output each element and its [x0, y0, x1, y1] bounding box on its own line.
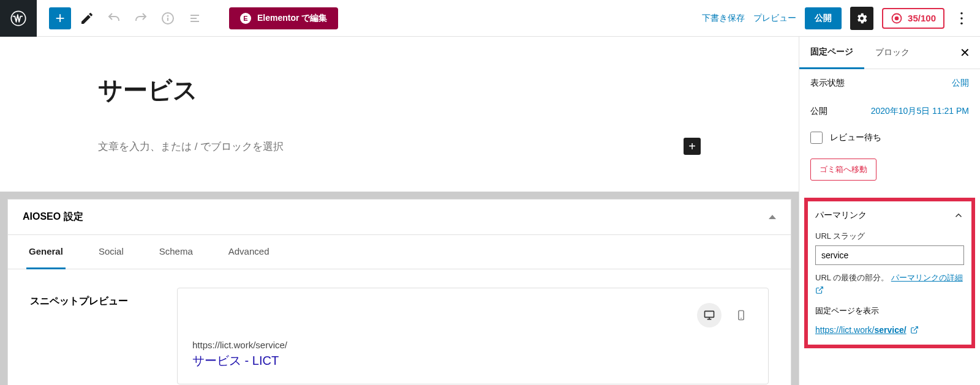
snippet-preview-label: スニペットプレビュー: [30, 288, 153, 308]
visibility-label: 表示状態: [810, 78, 845, 89]
publish-date-row: 公開 2020年10月5日 11:21 PM: [799, 97, 980, 125]
svg-line-18: [913, 327, 917, 331]
tab-block[interactable]: ブロック: [864, 37, 921, 68]
svg-rect-12: [705, 311, 714, 317]
seo-score-pill[interactable]: 35/100: [882, 8, 944, 29]
editor-area: サービス 文章を入力、または / でブロックを選択 + AIOSEO 設定 Ge…: [0, 37, 799, 385]
toolbar-left: + E Elementor で編集: [37, 7, 338, 29]
svg-point-8: [895, 16, 899, 20]
redo-icon[interactable]: [130, 7, 152, 29]
undo-icon[interactable]: [103, 7, 125, 29]
pending-review-row: レビュー待ち: [799, 125, 980, 150]
visibility-row: 表示状態 公開: [799, 69, 980, 97]
caret-up-icon: [769, 215, 776, 219]
url-slug-input[interactable]: [815, 245, 964, 265]
block-placeholder[interactable]: 文章を入力、または / でブロックを選択: [98, 140, 684, 154]
permalink-help: URL の最後の部分。 パーマリンクの詳細: [815, 272, 964, 283]
inline-add-block-button[interactable]: +: [684, 138, 701, 155]
aioseo-section: AIOSEO 設定 General Social Schema Advanced…: [0, 192, 799, 385]
aioseo-header[interactable]: AIOSEO 設定: [8, 200, 791, 235]
outline-icon[interactable]: [184, 7, 206, 29]
wp-logo[interactable]: [0, 0, 37, 37]
url-slug-label: URL スラッグ: [815, 231, 964, 242]
snippet-preview-box: https://lict.work/service/ サービス - LICT: [177, 288, 769, 384]
view-page-label: 固定ページを表示: [815, 305, 964, 316]
publish-button[interactable]: 公開: [805, 7, 842, 29]
chevron-up-icon: [953, 210, 964, 221]
desktop-preview-button[interactable]: [697, 303, 722, 327]
publish-date-value[interactable]: 2020年10月5日 11:21 PM: [871, 106, 969, 117]
settings-sidebar: 固定ページ ブロック ✕ 表示状態 公開 公開 2020年10月5日 11:21…: [799, 37, 980, 385]
move-to-trash-button[interactable]: ゴミ箱へ移動: [810, 159, 876, 181]
svg-point-10: [960, 17, 963, 20]
tab-page[interactable]: 固定ページ: [799, 37, 864, 69]
preview-link[interactable]: プレビュー: [753, 13, 796, 24]
mobile-preview-button[interactable]: [729, 303, 753, 327]
aioseo-tab-schema[interactable]: Schema: [157, 235, 195, 269]
svg-line-17: [819, 287, 823, 291]
save-draft-link[interactable]: 下書き保存: [702, 13, 745, 24]
elementor-icon: E: [240, 13, 251, 24]
publish-date-label: 公開: [810, 106, 827, 117]
svg-point-9: [960, 12, 963, 15]
permalink-url[interactable]: https://lict.work/service/: [815, 325, 964, 335]
page-title[interactable]: サービス: [98, 73, 701, 107]
snippet-title: サービス - LICT: [192, 353, 753, 369]
aioseo-tab-general[interactable]: General: [26, 235, 66, 269]
pending-review-label: レビュー待ち: [830, 132, 881, 143]
aioseo-heading: AIOSEO 設定: [23, 211, 83, 223]
seo-score-value: 35/100: [908, 13, 936, 23]
more-menu-icon[interactable]: [953, 7, 970, 29]
snippet-url: https://lict.work/service/: [192, 340, 753, 350]
toolbar-right: 下書き保存 プレビュー 公開 35/100: [702, 7, 980, 30]
pending-review-checkbox[interactable]: [810, 132, 823, 144]
elementor-button[interactable]: E Elementor で編集: [229, 7, 338, 29]
settings-button[interactable]: [850, 7, 873, 30]
aioseo-tab-social[interactable]: Social: [96, 235, 126, 269]
close-sidebar-button[interactable]: ✕: [950, 45, 980, 60]
permalink-heading: パーマリンク: [815, 210, 867, 221]
info-icon[interactable]: [157, 7, 179, 29]
svg-point-11: [960, 22, 963, 24]
elementor-label: Elementor で編集: [257, 13, 327, 24]
sidebar-tabs: 固定ページ ブロック ✕: [799, 37, 980, 69]
permalink-header[interactable]: パーマリンク: [810, 204, 969, 227]
toolbar: + E Elementor で編集 下書き保存 プレビュー 公開 35/100: [0, 0, 980, 37]
visibility-value[interactable]: 公開: [952, 78, 969, 89]
svg-point-3: [168, 15, 168, 16]
edit-icon[interactable]: [76, 7, 98, 29]
aioseo-tabs: General Social Schema Advanced: [8, 235, 791, 269]
permalink-panel: パーマリンク URL スラッグ URL の最後の部分。 パーマリンクの詳細 固定…: [804, 198, 975, 348]
aioseo-tab-advanced[interactable]: Advanced: [226, 235, 272, 269]
external-link-icon: [910, 326, 919, 334]
add-block-button[interactable]: +: [49, 7, 71, 29]
external-link-icon[interactable]: [815, 286, 964, 297]
permalink-help-link[interactable]: パーマリンクの詳細: [891, 273, 963, 282]
